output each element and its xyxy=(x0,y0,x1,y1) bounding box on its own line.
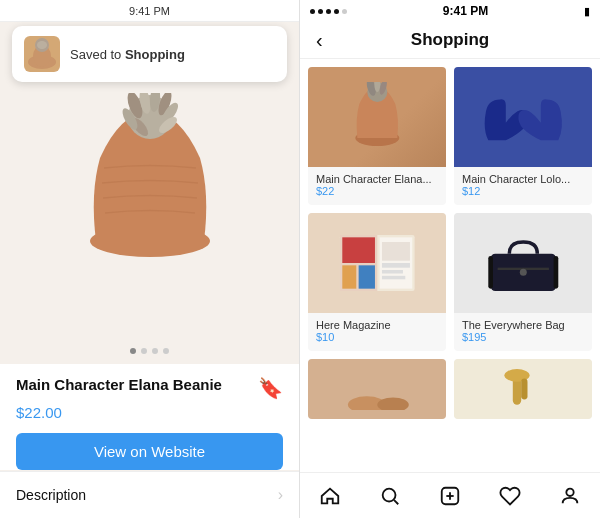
product-title-row: Main Character Elana Beanie 🔖 xyxy=(16,376,283,400)
bottom-nav xyxy=(300,472,600,518)
toast-thumbnail xyxy=(24,36,60,72)
svg-rect-33 xyxy=(553,256,558,289)
dot-1 xyxy=(130,348,136,354)
svg-rect-26 xyxy=(382,263,410,268)
list-item[interactable] xyxy=(454,359,592,419)
right-time: 9:41 PM xyxy=(443,4,488,18)
svg-point-3 xyxy=(37,41,47,49)
description-chevron-icon: › xyxy=(278,486,283,504)
search-nav-icon[interactable] xyxy=(379,485,401,507)
dot-3 xyxy=(152,348,158,354)
card-info: Here Magazine $10 xyxy=(308,313,446,351)
card-info: Main Character Elana... $22 xyxy=(308,167,446,205)
svg-rect-28 xyxy=(382,276,405,280)
card-image-hat1 xyxy=(308,67,446,167)
svg-rect-27 xyxy=(382,270,403,274)
product-price: $22.00 xyxy=(16,404,283,421)
toast-message: Saved to Shopping xyxy=(70,47,185,62)
profile-nav-icon[interactable] xyxy=(559,485,581,507)
svg-point-31 xyxy=(520,269,527,276)
card-price: $195 xyxy=(462,331,584,343)
right-nav: ‹ Shopping xyxy=(300,22,600,59)
magazine-icon xyxy=(329,228,426,298)
description-label: Description xyxy=(16,487,86,503)
image-dots xyxy=(0,348,299,364)
svg-point-35 xyxy=(377,397,409,410)
list-item[interactable] xyxy=(308,359,446,419)
left-status-bar: 9:41 PM xyxy=(0,0,299,22)
home-nav-icon[interactable] xyxy=(319,485,341,507)
card-image-bag xyxy=(454,213,592,313)
toast-hat-icon xyxy=(24,36,60,72)
card-name: The Everywhere Bag xyxy=(462,319,584,331)
list-item[interactable]: The Everywhere Bag $195 xyxy=(454,213,592,351)
card-name: Here Magazine xyxy=(316,319,438,331)
card-info: The Everywhere Bag $195 xyxy=(454,313,592,351)
svg-rect-23 xyxy=(358,265,374,288)
svg-point-45 xyxy=(566,488,573,495)
card-price: $22 xyxy=(316,185,438,197)
heart-nav-icon[interactable] xyxy=(499,485,521,507)
card-image-partial2 xyxy=(454,359,592,419)
svg-rect-25 xyxy=(382,242,410,261)
partial-item-icon xyxy=(329,368,426,410)
mittens-icon xyxy=(475,82,572,152)
battery-icon: ▮ xyxy=(584,5,590,18)
product-title: Main Character Elana Beanie xyxy=(16,376,258,393)
right-status-bar: 9:41 PM ▮ xyxy=(300,0,600,22)
card-image-mittens xyxy=(454,67,592,167)
svg-rect-21 xyxy=(342,237,375,263)
card-name: Main Character Lolo... xyxy=(462,173,584,185)
list-item[interactable]: Main Character Elana... $22 xyxy=(308,67,446,205)
back-button[interactable]: ‹ xyxy=(316,29,323,52)
product-hat-image xyxy=(70,93,230,278)
svg-line-41 xyxy=(394,500,398,504)
nav-title: Shopping xyxy=(411,30,489,50)
card-price: $10 xyxy=(316,331,438,343)
bookmark-icon[interactable]: 🔖 xyxy=(258,376,283,400)
signal-dots xyxy=(310,9,347,14)
bag-icon xyxy=(475,228,572,298)
partial-item2-icon xyxy=(475,368,572,410)
svg-rect-39 xyxy=(521,379,527,400)
card-image-magazine xyxy=(308,213,446,313)
card-image-partial1 xyxy=(308,359,446,419)
dot-4 xyxy=(163,348,169,354)
list-item[interactable]: Main Character Lolo... $12 xyxy=(454,67,592,205)
description-row[interactable]: Description › xyxy=(0,471,299,518)
card-info: Main Character Lolo... $12 xyxy=(454,167,592,205)
left-time: 9:41 PM xyxy=(129,5,170,17)
card-name: Main Character Elana... xyxy=(316,173,438,185)
small-hat-icon xyxy=(329,82,426,152)
view-on-website-button[interactable]: View on Website xyxy=(16,433,283,470)
product-grid: Main Character Elana... $22 Main Charact… xyxy=(300,59,600,472)
svg-rect-22 xyxy=(342,265,356,288)
left-panel: 9:41 PM Saved to Shopping xyxy=(0,0,300,518)
add-nav-icon[interactable] xyxy=(439,485,461,507)
product-info: Main Character Elana Beanie 🔖 $22.00 Vie… xyxy=(0,364,299,470)
svg-rect-32 xyxy=(488,256,493,289)
list-item[interactable]: Here Magazine $10 xyxy=(308,213,446,351)
svg-point-40 xyxy=(383,488,396,501)
saved-toast: Saved to Shopping xyxy=(12,26,287,82)
card-price: $12 xyxy=(462,185,584,197)
dot-2 xyxy=(141,348,147,354)
right-panel: 9:41 PM ▮ ‹ Shopping Main Character Elan… xyxy=(300,0,600,518)
